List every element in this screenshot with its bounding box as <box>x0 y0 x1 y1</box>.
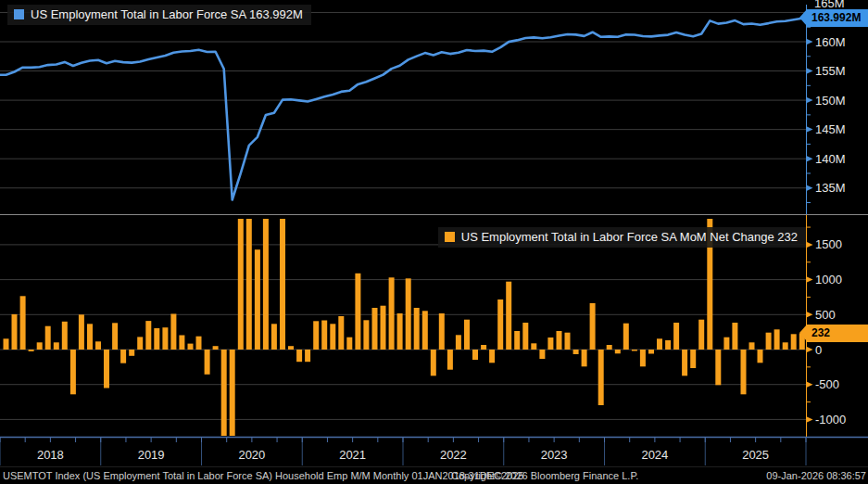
change-bar <box>4 338 9 350</box>
tick-arrow-icon <box>806 185 813 191</box>
change-bar <box>422 311 428 350</box>
change-bar <box>439 313 445 350</box>
last-price-value: 163.992M <box>811 11 861 24</box>
change-bar <box>497 299 503 350</box>
change-bar <box>238 219 244 350</box>
change-bar <box>723 338 729 350</box>
tick-arrow-icon <box>806 381 813 388</box>
change-bar <box>615 350 621 353</box>
change-bar <box>539 350 545 359</box>
change-bar <box>20 296 26 350</box>
badge-notch-icon <box>799 325 807 341</box>
change-bar <box>54 342 59 350</box>
change-bar <box>607 345 612 350</box>
price-line <box>0 19 805 200</box>
change-bar <box>70 350 76 394</box>
x-year-label: 2023 <box>541 448 568 462</box>
change-bar <box>45 326 51 350</box>
y-tick-label-top: 155M <box>815 64 846 78</box>
y-tick-label-bottom: 1500 <box>815 237 842 251</box>
footer-ticker-info: USEMTOT Index (US Employment Total in La… <box>3 470 523 481</box>
change-bar <box>37 342 43 350</box>
change-bar <box>557 331 562 350</box>
change-bar <box>246 219 252 350</box>
change-bar <box>355 274 360 350</box>
change-bar <box>547 338 553 350</box>
last-change-value: 232 <box>811 326 830 339</box>
x-year-label: 2018 <box>37 448 64 462</box>
change-bar <box>573 350 579 354</box>
change-bar <box>389 277 395 350</box>
change-bar <box>406 278 411 350</box>
y-tick-label-bottom: 0 <box>815 343 822 357</box>
tick-arrow-icon <box>806 312 813 318</box>
change-bar <box>112 323 118 350</box>
change-bar <box>648 350 654 354</box>
change-bar <box>221 350 227 436</box>
y-tick-label-bottom: -500 <box>815 377 839 391</box>
change-bar <box>623 324 629 350</box>
change-bar <box>346 338 352 350</box>
change-bar <box>682 350 687 376</box>
tick-arrow-icon <box>806 39 813 45</box>
y-tick-label-top: 140M <box>815 152 846 166</box>
y-tick-label-bottom: 1000 <box>815 273 842 287</box>
change-bar <box>783 342 788 350</box>
change-bar <box>758 350 763 363</box>
change-bar <box>472 350 478 360</box>
change-bar <box>196 337 202 350</box>
change-bar <box>12 314 18 350</box>
change-bar <box>104 350 109 388</box>
bottom-legend-label: US Employment Total in Labor Force SA Mo… <box>461 230 798 244</box>
change-bar <box>657 338 662 350</box>
line-series-swatch-icon <box>14 9 24 19</box>
change-bar <box>363 320 369 350</box>
change-bar <box>690 350 696 368</box>
x-year-label: 2020 <box>238 448 265 462</box>
change-bar <box>632 350 637 351</box>
change-bar <box>715 350 721 385</box>
tick-arrow-icon <box>806 68 813 74</box>
change-bar <box>791 334 797 350</box>
change-bar <box>145 321 151 350</box>
bottom-panel-legend[interactable]: US Employment Total in Labor Force SA Mo… <box>438 227 806 248</box>
change-bar <box>313 321 319 350</box>
badge-notch-icon <box>799 9 807 26</box>
change-bar <box>95 341 101 350</box>
change-bar <box>154 328 159 350</box>
change-bar <box>397 313 403 350</box>
x-year-label: 2019 <box>138 448 165 462</box>
y-tick-label-top: 145M <box>815 122 846 136</box>
top-panel-legend[interactable]: US Employment Total in Labor Force SA 16… <box>7 5 311 25</box>
tick-arrow-icon <box>806 276 813 283</box>
change-bar <box>29 350 34 351</box>
change-bar <box>381 306 386 350</box>
change-bar <box>506 282 511 350</box>
change-bar <box>431 350 436 376</box>
change-bar <box>598 350 604 405</box>
change-bar <box>62 322 68 350</box>
change-bar <box>749 342 755 350</box>
change-bar <box>170 314 176 350</box>
tick-arrow-icon <box>806 97 813 104</box>
last-change-badge: 232 <box>807 325 868 342</box>
change-bar <box>271 324 277 350</box>
change-bar <box>305 350 310 362</box>
x-year-label: 2021 <box>339 448 366 462</box>
tick-arrow-icon <box>806 416 813 423</box>
tick-arrow-icon <box>806 156 813 162</box>
x-year-label: 2025 <box>742 448 769 462</box>
change-bar <box>79 314 84 350</box>
footer-timestamp: 09-Jan-2026 08:36:57 <box>766 470 866 481</box>
change-bar <box>565 333 571 350</box>
change-bar <box>120 350 126 363</box>
y-tick-label-top: 135M <box>815 181 846 195</box>
bar-series-swatch-icon <box>445 232 455 242</box>
change-bar <box>732 323 737 350</box>
change-bar <box>464 320 470 350</box>
footer-copyright: Copyright© 2026 Bloomberg Finance L.P. <box>451 470 638 481</box>
change-bar <box>321 321 327 350</box>
change-bar <box>230 350 235 436</box>
change-bar <box>590 303 596 350</box>
change-bar <box>255 249 260 350</box>
